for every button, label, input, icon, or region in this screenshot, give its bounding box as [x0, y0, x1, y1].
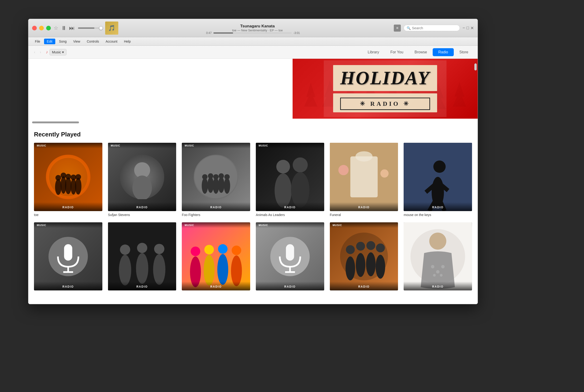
svg-marker-1: [306, 82, 315, 97]
music-selector[interactable]: Music ▾: [50, 49, 67, 56]
album-name-sufjan: Sufjan Stevens: [108, 213, 176, 217]
album-cover-9: MUSIC: [182, 222, 250, 291]
title-bar: ☆ ⏸ ⏭ 🎵 Tsunagaru Kanata toe — New Senti…: [28, 19, 478, 37]
apple-music-badge-2: MUSIC: [108, 143, 176, 148]
menu-edit[interactable]: Edit: [44, 38, 55, 44]
radio-text-5: RADIO: [358, 206, 370, 209]
album-cover-11: MUSIC: [330, 222, 398, 291]
music-selector-label: Music: [52, 50, 61, 54]
volume-fill: [78, 28, 94, 29]
close-button[interactable]: [32, 26, 37, 30]
radio-text-11: RADIO: [358, 285, 370, 288]
svg-point-34: [213, 178, 219, 194]
svg-point-28: [132, 176, 152, 199]
recently-played-section: Recently Played MUSIC: [28, 126, 478, 297]
search-icon: 🔍: [407, 26, 411, 30]
skip-forward-button[interactable]: ⏭: [69, 25, 75, 31]
radio-text-12: RADIO: [432, 285, 444, 288]
album-cover-7: MUSIC: [34, 222, 102, 291]
chevron-down-icon: ▾: [62, 50, 64, 54]
search-input[interactable]: [412, 26, 457, 30]
nav-back-button[interactable]: ‹: [32, 49, 37, 55]
svg-point-66: [153, 254, 165, 284]
window-close-title-btn[interactable]: ✕: [470, 26, 474, 31]
main-content: HOLIDAY ✳ RADIO ✳ Recently Played: [28, 59, 478, 304]
search-box[interactable]: 🔍: [404, 25, 460, 31]
svg-point-63: [137, 243, 147, 253]
nav-forward-button[interactable]: ›: [38, 49, 43, 55]
svg-point-87: [366, 252, 376, 276]
svg-point-39: [224, 174, 230, 180]
svg-rect-45: [350, 156, 378, 197]
album-cover-sufjan: MUSIC RADIO: [108, 143, 176, 211]
radio-text-2: RADIO: [136, 206, 148, 209]
menu-file[interactable]: File: [32, 38, 43, 44]
album-item-sufjan[interactable]: MUSIC RADIO Sufjan Stevens: [108, 143, 176, 217]
album-item-11[interactable]: MUSIC: [330, 222, 398, 292]
apple-music-text-1: MUSIC: [37, 144, 46, 147]
svg-point-61: [120, 244, 130, 254]
tab-browse[interactable]: Browse: [409, 48, 433, 56]
vertical-scrollbar[interactable]: [474, 64, 477, 70]
favorite-icon[interactable]: ☆: [54, 25, 58, 31]
svg-point-47: [338, 165, 349, 175]
sufjan-circle: [120, 155, 164, 199]
radio-badge-5: RADIO: [330, 202, 398, 211]
minimize-button[interactable]: [39, 26, 44, 30]
album-item-8[interactable]: MUSIC RADIO: [108, 222, 176, 292]
radio-text-7: RADIO: [62, 285, 74, 288]
progress-bar[interactable]: [213, 32, 291, 34]
menu-song[interactable]: Song: [56, 38, 70, 44]
svg-point-70: [204, 245, 214, 254]
menu-account[interactable]: Account: [103, 38, 120, 44]
holiday-banner[interactable]: HOLIDAY ✳ RADIO ✳: [293, 59, 478, 119]
apple-music-badge-3: MUSIC: [182, 143, 250, 148]
svg-point-88: [376, 244, 385, 252]
album-item-toe[interactable]: MUSIC: [34, 143, 102, 217]
album-item-foo[interactable]: MUSIC: [182, 143, 250, 217]
tab-for-you[interactable]: For You: [385, 48, 409, 56]
holiday-title: HOLIDAY: [340, 68, 430, 89]
album-item-12[interactable]: MUSIC: [404, 222, 472, 292]
svg-point-86: [366, 241, 375, 250]
album-item-animals[interactable]: MUSIC RADIO Animals As Le: [256, 143, 324, 217]
tab-store[interactable]: Store: [454, 48, 474, 56]
svg-point-38: [224, 178, 230, 194]
time-elapsed: 0:47: [206, 31, 211, 35]
album-item-funeral[interactable]: MUSIC RADIO: [330, 143, 398, 217]
banner-area: HOLIDAY ✳ RADIO ✳: [28, 59, 478, 119]
svg-point-64: [136, 253, 148, 284]
list-view-button[interactable]: ≡: [394, 24, 401, 32]
toe-circle: [46, 155, 90, 199]
volume-slider[interactable]: [78, 28, 101, 29]
svg-point-32: [207, 177, 214, 193]
svg-point-62: [119, 254, 131, 285]
svg-point-95: [441, 265, 445, 268]
apple-music-badge-7: MUSIC: [34, 222, 102, 228]
menu-help[interactable]: Help: [121, 38, 134, 44]
horizontal-scroll[interactable]: [32, 122, 79, 123]
albums-grid: MUSIC: [34, 143, 472, 292]
album-name-mouse: mouse on the keys: [404, 213, 472, 217]
menu-view[interactable]: View: [70, 38, 83, 44]
svg-point-40: [276, 160, 290, 174]
album-item-9[interactable]: MUSIC: [182, 222, 250, 292]
menu-controls[interactable]: Controls: [84, 38, 102, 44]
album-item-10[interactable]: MUSIC RADIO: [256, 222, 324, 292]
album-item-7[interactable]: MUSIC: [34, 222, 102, 292]
pause-button[interactable]: ⏸: [61, 25, 67, 31]
window-minimize-title-btn[interactable]: −: [463, 26, 465, 31]
tab-radio[interactable]: Radio: [433, 48, 454, 56]
radio-text-4: RADIO: [284, 206, 296, 209]
apple-music-text-10: MUSIC: [259, 224, 268, 226]
album-item-mouse[interactable]: MUSIC: [404, 143, 472, 217]
radio-badge-7: RADIO: [34, 282, 102, 290]
radio-badge-3: RADIO: [182, 202, 250, 211]
window-restore-btn[interactable]: □: [466, 26, 469, 31]
apple-music-text-3: MUSIC: [185, 144, 194, 147]
radio-badge-4: RADIO: [256, 202, 324, 211]
svg-rect-57: [64, 244, 72, 260]
maximize-button[interactable]: [46, 26, 51, 30]
svg-point-68: [191, 246, 200, 256]
tab-library[interactable]: Library: [362, 48, 385, 56]
